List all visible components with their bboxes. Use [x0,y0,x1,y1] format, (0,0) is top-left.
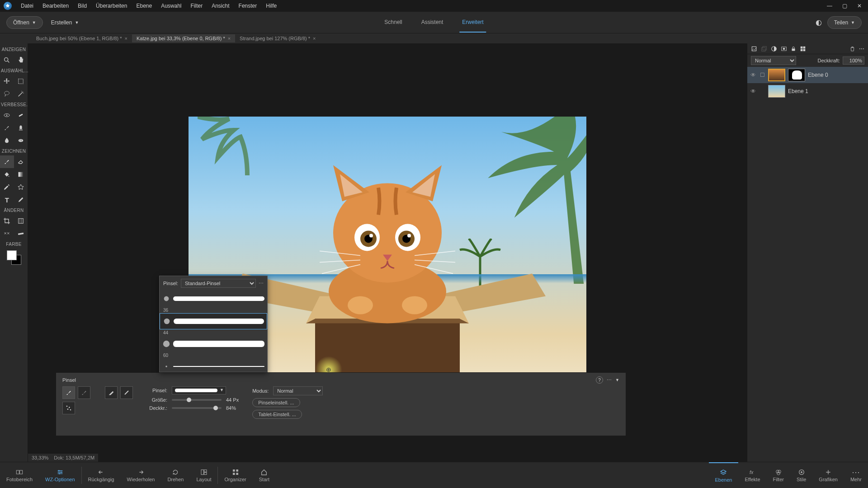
brush-preset-select[interactable]: Standard-Pinsel [181,279,256,288]
eye-tool-icon[interactable] [0,109,14,122]
brush-preview-dropdown[interactable]: ▼ [172,386,226,394]
menu-fenster[interactable]: Fenster [234,1,262,11]
canvas-area[interactable]: ⊕ 33,33% Dok: 13,5M/57,2M Pinsel: Standa… [28,43,747,462]
delete-layer-icon[interactable] [849,46,855,52]
help-icon[interactable]: ? [596,376,603,384]
layer-row[interactable]: 👁 ☐ Ebene 0 [747,67,868,83]
maximize-icon[interactable]: ▢ [840,2,850,10]
shape-tool-icon[interactable] [14,181,28,193]
brush-variant-3-icon[interactable] [105,386,118,399]
bb-layout[interactable]: Layout [190,462,217,488]
more-icon[interactable]: ⋯ [607,377,612,383]
layer-opacity-input[interactable] [843,56,864,65]
brush-settings-button[interactable]: Pinseleinstell. ... [252,398,300,407]
open-button[interactable]: Öffnen ▼ [6,16,43,29]
link-icon[interactable]: ☐ [759,72,765,78]
more-icon[interactable]: ⋯ [859,46,864,52]
lock-layer-icon[interactable] [791,46,796,52]
text-tool-icon[interactable]: T [0,193,14,206]
bb-fotobereich[interactable]: Fotobereich [0,462,39,488]
layer-row[interactable]: 👁 Ebene 1 [747,83,868,99]
menu-ansicht[interactable]: Ansicht [207,1,234,11]
brush-variant-5-icon[interactable] [62,402,75,414]
brush-variant-4-icon[interactable] [120,386,133,399]
bb-undo[interactable]: Rückgängig [82,462,121,488]
menu-filter[interactable]: Filter [186,1,208,11]
layer-blend-mode-select[interactable]: Normal [751,56,796,65]
new-layer-icon[interactable] [751,46,757,52]
create-button[interactable]: Erstellen ▼ [51,19,79,26]
smart-brush-tool-icon[interactable] [0,122,14,134]
doc-tab-2[interactable]: Strand.jpeg bei 127% (RGB/8) * × [235,34,320,42]
lasso-tool-icon[interactable] [0,88,14,100]
menu-ebene[interactable]: Ebene [132,1,156,11]
layer-thumb[interactable] [768,85,785,98]
more-icon[interactable]: ⋯ [259,281,264,286]
brush-item[interactable] [160,358,267,372]
straighten-tool-icon[interactable] [14,227,28,240]
gradient-tool-icon[interactable] [14,168,28,181]
mode-tab-erweitert[interactable]: Erweitert [459,13,486,33]
brush-item[interactable] [160,336,267,352]
bb-redo[interactable]: Wiederholen [121,462,161,488]
menu-ueberarbeiten[interactable]: Überarbeiten [91,1,132,11]
layer-fx-icon[interactable] [800,46,806,52]
doc-tab-1[interactable]: Katze.jpg bei 33,3% (Ebene 0, RGB/8) * × [132,34,235,42]
bb-mehr[interactable]: ⋯ Mehr [844,462,868,488]
brush-item[interactable] [160,291,267,307]
mode-tab-schnell[interactable]: Schnell [382,13,405,33]
menu-hilfe[interactable]: Hilfe [261,1,281,11]
foreground-color[interactable] [7,250,17,260]
color-swatch[interactable] [7,250,21,265]
eraser-tool-icon[interactable] [14,155,28,168]
close-icon[interactable]: × [313,36,316,41]
bb-filter[interactable]: Filter [767,462,790,488]
brush-variant-2-icon[interactable] [78,386,90,399]
mode-tab-assistent[interactable]: Assistent [419,13,446,33]
collapse-icon[interactable]: ▼ [615,378,619,382]
close-icon[interactable]: × [125,36,127,41]
bb-grafiken[interactable]: Grafiken [812,462,844,488]
tablet-settings-button[interactable]: Tablet-Einstell. ... [252,410,302,419]
move-tool-icon[interactable] [0,75,14,88]
layer-mask-thumb[interactable] [788,69,805,81]
adjustment-layer-icon[interactable] [771,46,777,52]
bb-effekte[interactable]: fx Effekte [738,462,766,488]
close-icon[interactable]: × [228,36,231,41]
marquee-tool-icon[interactable] [14,75,28,88]
layer-group-icon[interactable] [761,46,767,52]
bb-ebenen[interactable]: Ebenen [709,462,739,488]
spot-heal-tool-icon[interactable] [14,109,28,122]
bb-wz-optionen[interactable]: WZ-Optionen [39,462,81,488]
layer-name[interactable]: Ebene 0 [808,72,828,78]
crop-tool-icon[interactable] [0,215,14,227]
blend-mode-select[interactable]: Normal [273,386,323,395]
clone-stamp-tool-icon[interactable] [14,122,28,134]
bb-home[interactable]: Start [253,462,276,488]
menu-auswahl[interactable]: Auswahl [156,1,186,11]
layer-mask-icon[interactable] [781,46,787,52]
recompose-tool-icon[interactable] [14,215,28,227]
eyedropper-tool-icon[interactable] [0,181,14,193]
wand-tool-icon[interactable] [14,88,28,100]
blur-tool-icon[interactable] [0,134,14,147]
menu-bild[interactable]: Bild [73,1,91,11]
doc-tab-0[interactable]: Buch.jpeg bei 50% (Ebene 1, RGB/8) * × [32,34,132,42]
content-aware-tool-icon[interactable] [0,227,14,240]
bb-stile[interactable]: Stile [790,462,812,488]
visibility-toggle-icon[interactable]: 👁 [750,72,756,78]
opacity-slider[interactable] [172,407,222,409]
close-icon[interactable]: ✕ [854,2,864,10]
bb-rotate[interactable]: Drehen [161,462,190,488]
sponge-tool-icon[interactable] [14,134,28,147]
brush-variant-1-icon[interactable] [62,386,75,399]
share-button[interactable]: Teilen ▼ [827,16,862,29]
minimize-icon[interactable]: — [824,2,835,10]
menu-bearbeiten[interactable]: Bearbeiten [38,1,73,11]
theme-toggle-icon[interactable]: ◐ [816,18,822,27]
hand-tool-icon[interactable] [14,54,28,66]
paint-bucket-tool-icon[interactable] [0,168,14,181]
brush-tool-icon[interactable] [0,155,14,168]
pencil-tool-icon[interactable] [14,193,28,206]
size-slider[interactable] [172,399,222,401]
